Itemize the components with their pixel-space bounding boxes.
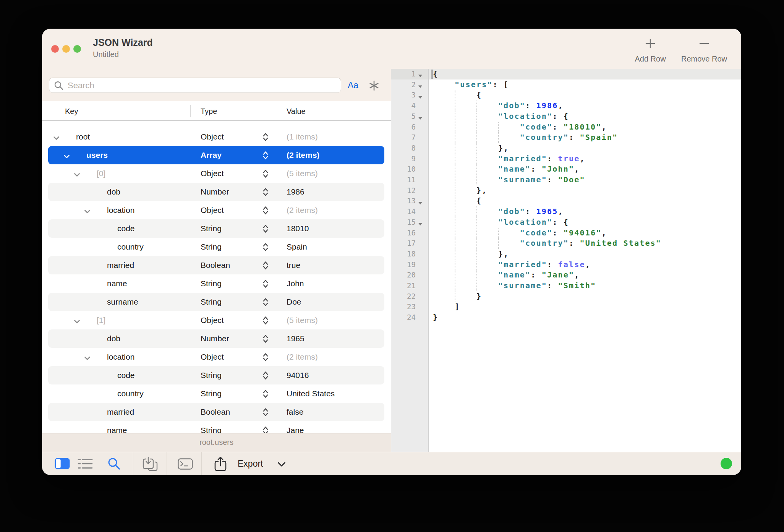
table-row[interactable]: nameStringJane xyxy=(42,421,391,433)
code-line[interactable]: "code": "18010", xyxy=(429,122,741,133)
table-row[interactable]: usersArray(2 items) xyxy=(42,146,391,164)
fold-arrow-icon[interactable] xyxy=(418,200,423,206)
disclosure-chevron-icon[interactable] xyxy=(84,208,91,215)
disclosure-chevron-icon[interactable] xyxy=(74,318,80,325)
type-stepper[interactable] xyxy=(263,371,268,382)
type-stepper[interactable] xyxy=(263,334,268,345)
type-stepper[interactable] xyxy=(263,206,268,217)
table-row[interactable]: marriedBooleantrue xyxy=(42,256,391,274)
type-stepper[interactable] xyxy=(263,169,268,180)
table-row[interactable]: dobNumber1965 xyxy=(42,329,391,348)
gutter-cell: 9 xyxy=(391,154,428,164)
code-line[interactable]: { xyxy=(429,90,741,101)
table-row[interactable]: [1]Object(5 items) xyxy=(42,311,391,329)
line-number: 6 xyxy=(391,122,416,133)
type-stepper[interactable] xyxy=(263,297,268,308)
code-line[interactable]: "name": "Jane", xyxy=(429,270,741,281)
code-line[interactable]: "users": [ xyxy=(429,79,741,90)
match-case-toggle[interactable]: Aa xyxy=(345,79,361,92)
import-button[interactable] xyxy=(143,457,158,473)
indent-guide xyxy=(476,249,477,260)
code-line[interactable]: } xyxy=(429,312,741,323)
code-line[interactable]: "married": true, xyxy=(429,154,741,164)
value-cell: (5 items) xyxy=(287,311,318,329)
type-stepper[interactable] xyxy=(263,279,268,290)
code-line[interactable]: { xyxy=(429,69,741,79)
wildcard-toggle[interactable] xyxy=(368,79,380,92)
fold-arrow-icon[interactable] xyxy=(418,115,423,122)
table-row[interactable]: locationObject(2 items) xyxy=(42,348,391,366)
code-editor[interactable]: {"users": [{"dob": 1986,"location": {"co… xyxy=(429,69,741,452)
find-button[interactable] xyxy=(107,457,121,472)
export-button[interactable]: Export xyxy=(210,452,292,475)
type-cell: String xyxy=(201,238,222,256)
gutter-cell: 16 xyxy=(391,228,428,238)
disclosure-chevron-icon[interactable] xyxy=(63,153,70,160)
fold-arrow-icon[interactable] xyxy=(418,94,423,101)
table-row[interactable]: rootObject(1 items) xyxy=(42,128,391,146)
type-stepper[interactable] xyxy=(263,224,268,235)
code-line[interactable]: }, xyxy=(429,143,741,154)
type-stepper[interactable] xyxy=(263,187,268,198)
fold-arrow-icon[interactable] xyxy=(418,83,423,90)
indent-guide xyxy=(455,185,455,196)
fold-arrow-icon[interactable] xyxy=(418,221,423,227)
code-line[interactable]: "country": "Spain" xyxy=(429,132,741,143)
type-stepper[interactable] xyxy=(263,261,268,272)
code-line[interactable]: "dob": 1965, xyxy=(429,206,741,217)
table-row[interactable]: [0]Object(5 items) xyxy=(42,164,391,183)
table-row[interactable]: nameStringJohn xyxy=(42,274,391,293)
code-line[interactable]: ] xyxy=(429,302,741,312)
minimize-window-button[interactable] xyxy=(62,45,70,53)
value-cell: false xyxy=(287,403,303,421)
fold-arrow-icon[interactable] xyxy=(418,72,423,79)
code-line[interactable]: "country": "United States" xyxy=(429,238,741,249)
indent-guide xyxy=(476,164,477,175)
remove-row-button[interactable]: Remove Row xyxy=(674,36,735,64)
type-stepper[interactable] xyxy=(263,389,268,400)
terminal-button[interactable] xyxy=(178,458,193,471)
code-line[interactable]: "code": "94016", xyxy=(429,228,741,238)
table-row[interactable]: marriedBooleanfalse xyxy=(42,403,391,421)
code-line[interactable]: "location": { xyxy=(429,217,741,228)
list-view-button[interactable] xyxy=(78,458,93,471)
add-row-button[interactable]: Add Row xyxy=(627,36,673,64)
type-stepper[interactable] xyxy=(263,151,268,162)
line-number: 13 xyxy=(391,196,416,206)
code-line[interactable]: "name": "John", xyxy=(429,164,741,175)
table-row[interactable]: locationObject(2 items) xyxy=(42,201,391,219)
indent-guide xyxy=(476,228,477,238)
code-line[interactable]: "dob": 1986, xyxy=(429,101,741,111)
code-line[interactable]: "surname": "Smith" xyxy=(429,281,741,291)
code-line[interactable]: "married": false, xyxy=(429,260,741,270)
zoom-window-button[interactable] xyxy=(73,45,81,53)
table-row[interactable]: surnameStringDoe xyxy=(42,293,391,311)
disclosure-chevron-icon[interactable] xyxy=(74,172,80,178)
close-window-button[interactable] xyxy=(51,45,59,53)
table-row[interactable]: countryStringUnited States xyxy=(42,384,391,403)
code-line[interactable]: "location": { xyxy=(429,111,741,122)
code-line[interactable]: } xyxy=(429,291,741,302)
disclosure-chevron-icon[interactable] xyxy=(53,135,60,142)
disclosure-chevron-icon[interactable] xyxy=(84,355,91,362)
key-cell: married xyxy=(107,403,134,421)
table-row[interactable]: codeString18010 xyxy=(42,219,391,238)
type-stepper[interactable] xyxy=(263,407,268,418)
type-stepper[interactable] xyxy=(263,352,268,363)
code-line[interactable]: "surname": "Doe" xyxy=(429,175,741,185)
type-stepper[interactable] xyxy=(263,132,268,143)
type-stepper[interactable] xyxy=(263,242,268,253)
gutter-cell: 6 xyxy=(391,122,428,133)
search-field[interactable] xyxy=(49,78,341,93)
table-row[interactable]: codeString94016 xyxy=(42,366,391,384)
code-line[interactable]: }, xyxy=(429,185,741,196)
sidebar-toggle-button[interactable] xyxy=(54,457,70,471)
table-row[interactable]: dobNumber1986 xyxy=(42,183,391,201)
type-stepper[interactable] xyxy=(263,426,268,433)
code-editor-pane: 123456789101112131415161718192021222324 … xyxy=(391,69,741,452)
code-line[interactable]: { xyxy=(429,196,741,206)
type-stepper[interactable] xyxy=(263,316,268,327)
search-input[interactable] xyxy=(67,78,336,93)
table-row[interactable]: countryStringSpain xyxy=(42,238,391,256)
code-line[interactable]: }, xyxy=(429,249,741,260)
